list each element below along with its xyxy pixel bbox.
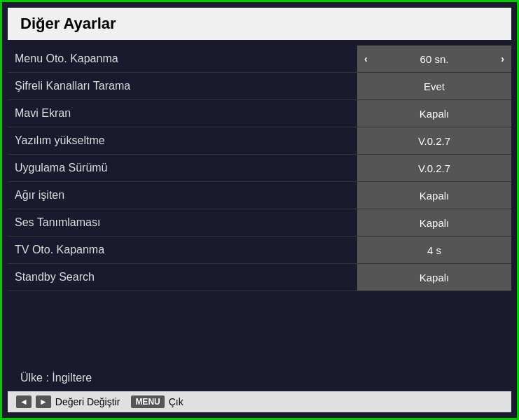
menu-row: Ağır işitenKapalı [8,182,511,209]
menu-button[interactable]: MENU [131,396,164,408]
menu-item-value: Kapalı [364,190,504,202]
menu-list: Menu Oto. Kapanma‹60 sn.›Şifreli Kanalla… [8,46,511,291]
menu-item-value-box: V.0.2.7 [357,155,511,181]
page-title: Diğer Ayarlar [20,15,499,33]
nav-hint: Değeri Değiştir [55,396,120,407]
menu-item-value-box: Kapalı [357,100,511,127]
screen: Diğer Ayarlar Menu Oto. Kapanma‹60 sn.›Ş… [0,0,519,420]
menu-row: Menu Oto. Kapanma‹60 sn.› [8,46,511,73]
menu-item-value-box: Kapalı [357,182,511,209]
menu-item-label: Menu Oto. Kapanma [8,48,357,69]
menu-row: Uygulama SürümüV.0.2.7 [8,155,511,182]
left-arrow-icon[interactable]: ‹ [364,53,368,64]
menu-item-value-box: 4 s [357,237,511,263]
menu-row: Yazılım yükseltmeV.0.2.7 [8,127,511,155]
menu-item-value-box: Kapalı [357,264,511,290]
menu-item-value: Kapalı [364,108,504,120]
menu-item-value: Kapalı [364,217,504,229]
menu-item-label: Ağır işiten [8,185,357,206]
menu-item-value-box[interactable]: ‹60 sn.› [357,46,511,72]
title-bar: Diğer Ayarlar [8,8,511,40]
menu-hint: Çık [169,396,184,407]
menu-item-value-box: Evet [357,73,511,99]
left-nav-btn[interactable]: ◄ [16,396,32,408]
menu-item-value: Kapalı [364,272,504,284]
menu-row: Mavi EkranKapalı [8,100,511,127]
menu-item-label: Standby Search [8,267,357,288]
menu-item-label: Mavi Ekran [8,103,357,124]
menu-item-value-box: Kapalı [357,209,511,236]
right-nav-btn[interactable]: ► [36,396,51,408]
menu-item-label: Ses Tanımlaması [8,212,357,233]
footer-country: Ülke : İngiltere [8,365,511,391]
menu-item-value: V.0.2.7 [364,162,504,174]
menu-row: Ses TanımlamasıKapalı [8,209,511,237]
menu-item-value: V.0.2.7 [364,135,504,147]
menu-item-value: Evet [364,80,504,92]
menu-item-label: Uygulama Sürümü [8,158,357,178]
menu-item-label: Yazılım yükseltme [8,130,357,151]
menu-row: Standby SearchKapalı [8,264,511,291]
menu-item-label: TV Oto. Kapanma [8,239,357,260]
content: Menu Oto. Kapanma‹60 sn.›Şifreli Kanalla… [2,40,517,391]
menu-item-value-box: V.0.2.7 [357,127,511,154]
menu-row: Şifreli Kanalları TaramaEvet [8,73,511,100]
menu-item-value: 60 sn. [373,53,496,65]
menu-item-label: Şifreli Kanalları Tarama [8,76,357,97]
menu-item-value: 4 s [364,244,504,256]
right-arrow-icon[interactable]: › [501,53,504,64]
menu-row: TV Oto. Kapanma4 s [8,237,511,264]
bottom-bar: ◄ ► Değeri Değiştir MENU Çık [8,391,511,412]
